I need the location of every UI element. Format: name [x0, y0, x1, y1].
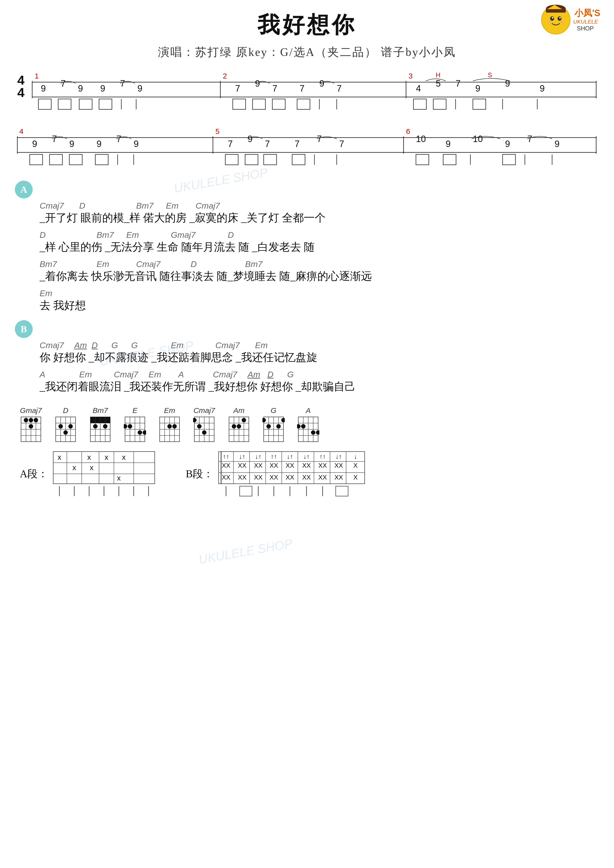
svg-rect-89: [245, 154, 258, 165]
svg-text:↓↑: ↓↑: [336, 453, 342, 460]
e-svg: [124, 416, 146, 443]
svg-text:↓: ↓: [354, 453, 357, 460]
svg-text:x: x: [87, 453, 91, 461]
svg-point-167: [202, 430, 207, 435]
svg-text:S: S: [488, 71, 492, 79]
rhythm-b-label: B段：: [186, 467, 213, 481]
svg-point-115: [29, 418, 33, 422]
rhythm-a-label: A段：: [20, 467, 48, 481]
svg-text:XX: XX: [286, 462, 294, 469]
svg-point-125: [58, 424, 63, 429]
svg-point-165: [193, 418, 197, 422]
svg-rect-91: [292, 154, 305, 165]
svg-text:4: 4: [19, 127, 23, 135]
svg-rect-59: [473, 99, 486, 109]
svg-point-146: [128, 424, 132, 429]
svg-text:1: 1: [35, 72, 39, 80]
chord-diagram-cmaj7: Cmaj7: [193, 406, 215, 443]
svg-text:X: X: [354, 474, 358, 481]
svg-text:XX: XX: [319, 474, 327, 481]
svg-text:9: 9: [69, 139, 74, 149]
svg-text:4: 4: [17, 85, 25, 100]
chord-cmaj7-1: Cmaj7: [40, 201, 79, 211]
chord-diagram-a: A: [297, 406, 319, 443]
svg-text:XX: XX: [238, 474, 247, 481]
section-b: B Cmaj7 Am D G G Em Cmaj7 Em 你 好想你 _却不露痕…: [15, 320, 599, 394]
a-svg: [297, 416, 319, 443]
svg-text:7: 7: [272, 84, 277, 93]
svg-rect-41: [233, 99, 246, 109]
chord-cmaj7-b2: Cmaj7: [215, 341, 255, 350]
svg-rect-28: [38, 99, 51, 109]
svg-text:9: 9: [505, 78, 510, 88]
svg-rect-104: [503, 154, 516, 165]
svg-rect-262: [239, 486, 252, 496]
svg-text:x: x: [58, 453, 61, 461]
svg-point-116: [34, 418, 38, 422]
a-line-1: Cmaj7 D Bm7 Em Cmaj7 _开了灯 眼前的模_样 偌大的房 _寂…: [15, 201, 599, 225]
svg-text:9: 9: [476, 84, 480, 93]
svg-text:XX: XX: [222, 462, 230, 469]
svg-text:4: 4: [416, 84, 421, 93]
svg-rect-56: [413, 99, 426, 109]
chord-em-b4: Em: [149, 370, 178, 379]
svg-text:7: 7: [120, 78, 125, 88]
svg-text:7: 7: [337, 84, 342, 93]
chord-bm7-4: Bm7: [245, 259, 275, 269]
svg-text:9: 9: [540, 84, 545, 93]
svg-text:x: x: [122, 453, 126, 461]
chord-g-b1: G: [111, 341, 131, 350]
svg-text:7: 7: [295, 139, 300, 149]
chord-diagram-am: Am: [228, 406, 250, 443]
svg-point-196: [297, 424, 300, 429]
chord-em-b3: Em: [79, 370, 114, 379]
svg-text:3: 3: [409, 72, 413, 80]
svg-rect-76: [50, 154, 62, 165]
svg-text:9: 9: [247, 134, 253, 144]
svg-point-137: [103, 424, 107, 429]
svg-rect-42: [253, 99, 266, 109]
rhythm-a-section: A段： x x x x x x x: [20, 450, 156, 498]
em-svg: [159, 416, 181, 443]
rhythm-a-svg: x x x x x x x: [52, 450, 156, 498]
svg-text:XX: XX: [254, 474, 263, 481]
svg-text:6: 6: [406, 127, 410, 135]
svg-text:x: x: [117, 474, 121, 482]
svg-rect-75: [30, 154, 43, 165]
chord-diagram-gmaj7: Gmaj7: [20, 406, 42, 443]
svg-text:XX: XX: [270, 474, 278, 481]
section-a-label: A: [15, 181, 33, 198]
svg-point-199: [316, 430, 319, 435]
chord-bm7-3: Bm7: [40, 259, 96, 269]
a-line-4: Em 去 我好想: [15, 288, 599, 313]
svg-point-136: [93, 424, 98, 429]
svg-text:9: 9: [96, 139, 101, 149]
svg-text:7: 7: [265, 139, 270, 149]
chord-g-b3: G: [287, 370, 307, 379]
svg-text:9: 9: [32, 139, 37, 149]
svg-text:↑↑: ↑↑: [270, 453, 277, 460]
svg-text:↑↑: ↑↑: [223, 453, 229, 460]
svg-rect-102: [443, 154, 456, 165]
chord-em-b1: Em: [171, 341, 215, 350]
bm7-svg: [89, 416, 111, 443]
svg-text:XX: XX: [286, 474, 294, 481]
am-svg: [228, 416, 250, 443]
svg-text:5: 5: [215, 127, 219, 135]
svg-point-177: [237, 424, 241, 429]
rhythm-b-section: B段： ↑↑ XX XX ↓↑ XX XX ↓↑ XX X: [186, 450, 366, 498]
svg-text:9: 9: [555, 139, 560, 149]
page-title: 我好想你: [0, 0, 614, 40]
svg-text:5: 5: [436, 78, 441, 88]
chord-d-1: D: [79, 201, 136, 211]
svg-text:↓↑: ↓↑: [303, 453, 310, 460]
svg-point-176: [232, 424, 236, 429]
svg-point-188: [281, 418, 285, 422]
svg-text:XX: XX: [270, 462, 278, 469]
g-svg: [263, 416, 285, 443]
b-lyric-1: 你 好想你 _却不露痕迹 _我还踮着脚思念 _我还任记忆盘旋: [40, 350, 599, 365]
svg-text:XX: XX: [319, 462, 327, 469]
svg-text:10: 10: [416, 134, 426, 144]
svg-rect-88: [225, 154, 238, 165]
svg-text:9: 9: [78, 84, 83, 93]
